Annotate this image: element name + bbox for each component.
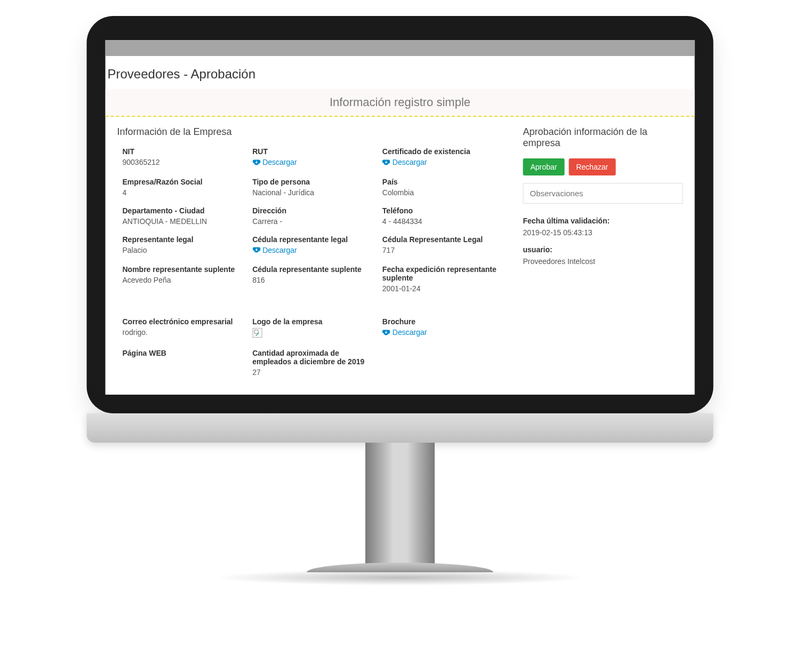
cloud-download-icon xyxy=(382,158,390,166)
cert-exist-label: Certificado de existencia xyxy=(382,147,502,156)
page-title: Proveedores - Aprobación xyxy=(106,62,695,89)
page-content: Proveedores - Aprobación Información reg… xyxy=(106,56,695,377)
field-ced-rep-legal-num: Cédula Representante Legal 717 xyxy=(382,235,502,256)
depto-value: ANTIOQUIA - MEDELLIN xyxy=(123,217,242,226)
cert-exist-download-label: Descargar xyxy=(393,158,427,166)
cloud-download-icon xyxy=(252,158,260,166)
rut-download-link[interactable]: Descargar xyxy=(252,158,297,166)
pais-value: Colombia xyxy=(382,188,502,197)
rep-suplente-value: Acevedo Peña xyxy=(123,276,242,284)
fecha-exp-suplente-value: 2001-01-24 xyxy=(382,284,502,293)
cloud-download-icon xyxy=(382,329,390,337)
telefono-label: Teléfono xyxy=(382,206,502,215)
approval-heading: Aprobación información de la empresa xyxy=(523,126,683,149)
rut-download-label: Descargar xyxy=(262,158,297,166)
empresa-label: Empresa/Razón Social xyxy=(123,178,242,186)
last-validation-label: Fecha última validación: xyxy=(523,217,683,225)
brochure-download-link[interactable]: Descargar xyxy=(382,328,427,337)
monitor-neck xyxy=(365,443,435,565)
approval-panel: Aprobación información de la empresa Apr… xyxy=(523,126,683,377)
field-direccion: Dirección Carrera - xyxy=(252,206,372,226)
field-pais: País Colombia xyxy=(382,178,502,197)
ced-rep-legal-num-label: Cédula Representante Legal xyxy=(382,235,502,244)
cert-exist-download-link[interactable]: Descargar xyxy=(382,158,427,166)
empresa-value: 4 xyxy=(123,188,242,197)
company-info-section: Información de la Empresa NIT 900365212 … xyxy=(117,126,502,377)
ced-rep-legal-label: Cédula representante legal xyxy=(252,235,372,244)
window-top-bar xyxy=(106,40,695,56)
tipo-persona-label: Tipo de persona xyxy=(252,178,372,186)
reject-button[interactable]: Rechazar xyxy=(569,158,615,175)
field-empleados: Cantidad aproximada de empleados a dicie… xyxy=(252,349,372,377)
direccion-label: Dirección xyxy=(252,206,372,215)
field-logo: Logo de la empresa xyxy=(252,317,372,339)
monitor-chin xyxy=(87,413,714,443)
usuario-label: usuario: xyxy=(523,245,683,254)
field-rep-legal: Representante legal Palacio xyxy=(123,235,242,256)
nit-label: NIT xyxy=(123,147,242,156)
field-correo: Correo electrónico empresarial rodrigo. xyxy=(123,317,242,339)
field-ced-rep-legal: Cédula representante legal Descargar xyxy=(252,235,372,256)
field-telefono: Teléfono 4 - 4484334 xyxy=(382,206,502,226)
correo-label: Correo electrónico empresarial xyxy=(123,317,242,326)
section-banner: Información registro simple xyxy=(106,89,695,117)
field-rep-suplente: Nombre representante suplente Acevedo Pe… xyxy=(123,265,242,293)
pais-label: País xyxy=(382,178,502,186)
field-cert-exist: Certificado de existencia Descargar xyxy=(382,147,502,168)
broken-image-icon xyxy=(252,328,262,338)
field-fecha-exp-suplente: Fecha expedición representante suplente … xyxy=(382,265,502,293)
field-ced-rep-suplente: Cédula representante suplente 816 xyxy=(252,265,372,293)
screen-area: Proveedores - Aprobación Información reg… xyxy=(106,40,695,395)
nit-value: 900365212 xyxy=(123,158,242,166)
observations-input[interactable] xyxy=(523,183,683,204)
field-nit: NIT 900365212 xyxy=(123,147,242,168)
rut-label: RUT xyxy=(252,147,372,156)
telefono-value: 4 - 4484334 xyxy=(382,217,502,226)
field-depto: Departamento - Ciudad ANTIOQUIA - MEDELL… xyxy=(123,206,242,226)
logo-label: Logo de la empresa xyxy=(252,317,372,326)
ced-rep-legal-download-label: Descargar xyxy=(262,246,297,254)
fecha-exp-suplente-label: Fecha expedición representante suplente xyxy=(382,265,502,282)
rep-suplente-label: Nombre representante suplente xyxy=(123,265,242,274)
field-tipo-persona: Tipo de persona Nacional - Jurídica xyxy=(252,178,372,197)
company-info-heading: Información de la Empresa xyxy=(117,126,502,138)
pagina-web-label: Página WEB xyxy=(123,349,242,357)
approve-button[interactable]: Aprobar xyxy=(523,158,565,175)
monitor-shadow xyxy=(213,570,587,586)
empleados-label: Cantidad aproximada de empleados a dicie… xyxy=(252,349,372,366)
direccion-value: Carrera - xyxy=(252,217,372,226)
ced-rep-suplente-value: 816 xyxy=(252,276,372,284)
empleados-value: 27 xyxy=(252,368,372,377)
rep-legal-value: Palacio xyxy=(123,246,242,254)
field-brochure: Brochure Descargar xyxy=(382,317,502,339)
brochure-label: Brochure xyxy=(382,317,502,326)
brochure-download-label: Descargar xyxy=(393,328,427,337)
field-rut: RUT Descargar xyxy=(252,147,372,168)
ced-rep-legal-download-link[interactable]: Descargar xyxy=(252,246,297,254)
field-pagina-web: Página WEB xyxy=(123,349,242,377)
cloud-download-icon xyxy=(252,246,260,254)
depto-label: Departamento - Ciudad xyxy=(123,206,242,215)
usuario-value: Proveedores Intelcost xyxy=(523,257,683,266)
correo-value: rodrigo. xyxy=(123,328,242,337)
rep-legal-label: Representante legal xyxy=(123,235,242,244)
tipo-persona-value: Nacional - Jurídica xyxy=(252,188,372,197)
ced-rep-suplente-label: Cédula representante suplente xyxy=(252,265,372,274)
field-empresa: Empresa/Razón Social 4 xyxy=(123,178,242,197)
ced-rep-legal-num-value: 717 xyxy=(382,246,502,254)
last-validation-value: 2019-02-15 05:43:13 xyxy=(523,228,683,237)
monitor-frame: Proveedores - Aprobación Información reg… xyxy=(87,16,714,413)
